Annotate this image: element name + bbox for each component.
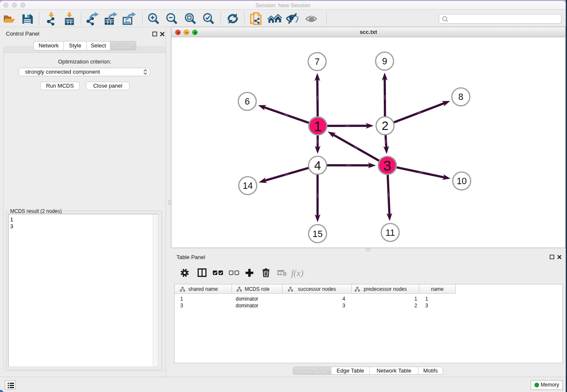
svg-text:11: 11 [385,228,395,238]
svg-text:3: 3 [383,157,391,174]
svg-text:10: 10 [457,176,467,186]
svg-text:1: 1 [314,118,322,134]
svg-text:4: 4 [314,159,321,172]
svg-text:15: 15 [313,229,323,239]
svg-text:8: 8 [458,92,463,102]
svg-text:7: 7 [315,57,320,67]
svg-text:6: 6 [245,97,250,107]
svg-text:14: 14 [243,181,253,191]
svg-text:9: 9 [382,56,387,66]
svg-text:2: 2 [382,119,388,133]
